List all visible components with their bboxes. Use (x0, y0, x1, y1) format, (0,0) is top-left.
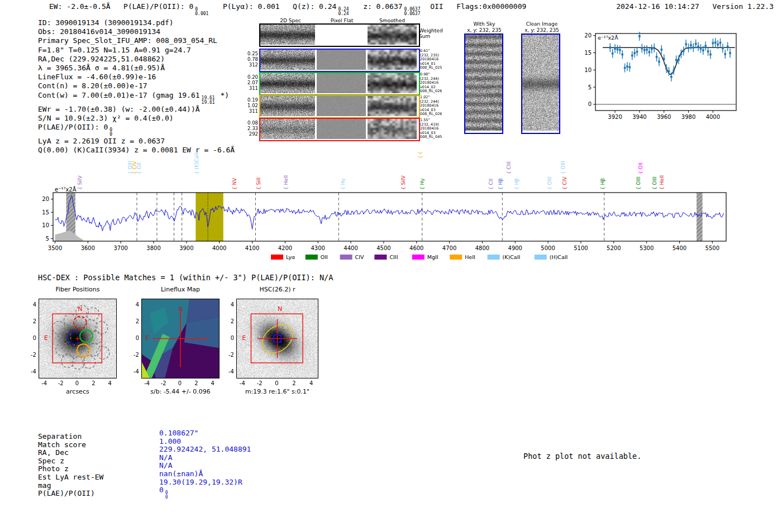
cutout-ytick: 5 (588, 84, 592, 90)
emission-line-marker: { HeII (283, 175, 289, 190)
montage-row-frame (259, 118, 420, 141)
match-row-value-5: nan(±nan)Å (159, 470, 203, 478)
panel-xtick: -2 (159, 380, 168, 386)
panel-ytick: 2 (129, 318, 139, 324)
legend-swatch-1 (306, 255, 318, 260)
match-row-label-2: RA, Dec (38, 449, 69, 457)
cutout-xtick: 3940 (632, 114, 646, 120)
emission-line-marker: { CIII (418, 152, 423, 159)
fiber-circle (56, 343, 69, 356)
match-row-label-7: P(LAE)/P(OII) (38, 490, 95, 498)
cutout-ytick: 10 (584, 67, 592, 73)
cutout-xtick: 4000 (706, 114, 720, 120)
fiber-circle-red (74, 317, 87, 329)
compass-north-label: N (178, 305, 183, 313)
match-row-label-0: Separation (38, 433, 82, 441)
info-line-8: Cont(w) = 7.00(±0.01)e-17 (gmag 19.6119.… (38, 91, 235, 105)
panel-xtick: 0 (73, 380, 82, 386)
montage-row-frame (259, 49, 420, 72)
legend-label-1: OII (321, 254, 328, 260)
montage-row-frame (259, 95, 420, 118)
header-datetime: 2024-12-16 10:14:27 (616, 2, 699, 11)
montage-right-labels: 1.02"(232, 244)20180416v014_03008_RL_026 (420, 95, 442, 117)
panel-xtick: -4 (40, 380, 49, 386)
header-plya: P(Lyα): 0.001 (223, 2, 280, 11)
match-row-value-6: 19.30(19.29,19.32)R (159, 478, 242, 487)
fiber-circle (83, 356, 96, 368)
main-xtick: 5300 (640, 245, 654, 251)
detection-info-block: ID: 3090019134 (3090019134.pdf)Obs: 2018… (38, 18, 235, 155)
emission-line-marker: { HeII (659, 175, 665, 190)
info-line-6: LineFlux = -4.60(±0.99)e-16 (38, 73, 235, 82)
photz-note: Phot z plot not available. (523, 452, 641, 461)
main-xtick: 3600 (81, 245, 95, 251)
montage-left-labels: 0.202.07311 (245, 74, 258, 91)
match-row-value-4: N/A (159, 462, 172, 470)
main-xtick: 5400 (673, 245, 686, 251)
emission-line-marker: { OIII (636, 176, 641, 190)
cutout-xtick: 3920 (608, 114, 622, 120)
panel-0: Fiber Positions (31, 286, 125, 293)
clean-image-title: Clean Imagex, y: 232, 235 (515, 21, 569, 33)
panel-xtick: -2 (56, 380, 65, 386)
montage-right-labels: 0.98"(232, 244)20180416v014_02008_RL_026 (420, 73, 442, 94)
main-xtick: 5200 (607, 245, 621, 251)
line-fit-cutout-chart: 0510152039203940396039804000e⁻¹⁷x2Å (575, 26, 748, 126)
fiber-circle (97, 347, 109, 360)
panel-overlay-1: NE (142, 299, 219, 378)
emission-line-marker: { (K)CaII (194, 152, 199, 174)
match-row-label-5: Est LyA rest-EW (38, 473, 103, 482)
match-row-label-1: Match score (38, 441, 86, 449)
legend-label-4: MgII (427, 254, 438, 260)
panel-xtick: 4 (208, 380, 217, 386)
panel-title-1: Lineflux Map (133, 286, 227, 293)
emission-line-marker: { OII (638, 162, 643, 174)
main-xtick: 5000 (541, 245, 555, 251)
header-plae-stack: 00.001 (195, 7, 208, 16)
montage-row-2: 0.202.073110.98"(232, 244)20180416v014_0… (246, 72, 469, 94)
full-spectrum-chart: 5101520350036003700380039004000410042004… (31, 152, 776, 261)
main-ytick: 10 (42, 222, 49, 228)
header-flags: Flags:0x00000009 (456, 2, 526, 11)
emission-line-marker: { Hβ (514, 178, 519, 190)
match-row-label-3: Spec z (38, 457, 64, 466)
info-line-0: ID: 3090019134 (3090019134.pdf) (38, 18, 235, 27)
main-xtick: 4200 (278, 245, 292, 251)
with-sky-image (464, 33, 503, 134)
legend-swatch-3 (374, 255, 387, 260)
match-row-label-4: Photo z (38, 465, 69, 473)
fiber-circle (53, 322, 65, 334)
montage-row-1: 0.250.783120.61"(232, 235)20180416v014_0… (246, 49, 469, 71)
info-line-5: λ = 3965.36Å σ = 4.81(±0.95)Å (38, 64, 235, 73)
match-row-value-2: 229.924242, 51.048891 (159, 445, 251, 454)
header-datetime-version: 2024-12-16 10:14:27 Version 1.22.3 (616, 2, 774, 11)
info-line-11: P(LAE)/P(OII): 000 (38, 123, 235, 137)
main-flux-units-label: e⁻¹⁷x2Å (55, 186, 77, 193)
panel-xtick: -4 (238, 380, 247, 386)
header-z-stack: 0.06370.0637 (404, 7, 421, 16)
panel-1: Lineflux Map (133, 286, 227, 293)
masked-region-band (697, 193, 703, 241)
main-xtick: 4300 (311, 245, 325, 251)
compass-north-label: N (78, 305, 82, 313)
emission-line-marker: { CIII (506, 161, 512, 174)
info-line-1: Obs: 20180416v014_3090019134 (38, 27, 235, 36)
header-qz: Q(z): 0.24 (293, 2, 336, 11)
main-xtick: 4000 (212, 245, 226, 251)
emission-line-marker: { NV (232, 178, 237, 190)
center-cross (75, 337, 79, 341)
panel-2: HSC(26.2) r (228, 286, 326, 293)
panel-ytick: -2 (129, 352, 139, 358)
emission-line-marker: { Hβ (600, 178, 605, 190)
compass-east-label: E (44, 334, 48, 342)
main-xtick: 3700 (113, 245, 127, 251)
panel-overlay-0: NE (39, 299, 116, 378)
montage-col-title-smoothed: Smoothed (370, 18, 414, 23)
main-xtick: 4800 (475, 245, 489, 251)
header-z: z: 0.0637 (363, 2, 402, 11)
cutout-ytick: 20 (584, 32, 592, 39)
panel-xtick: 2 (192, 380, 201, 386)
panel-xtick: 4 (106, 380, 115, 386)
sky-spectrum-region (55, 231, 83, 241)
fiber-circle-blue (68, 332, 80, 344)
